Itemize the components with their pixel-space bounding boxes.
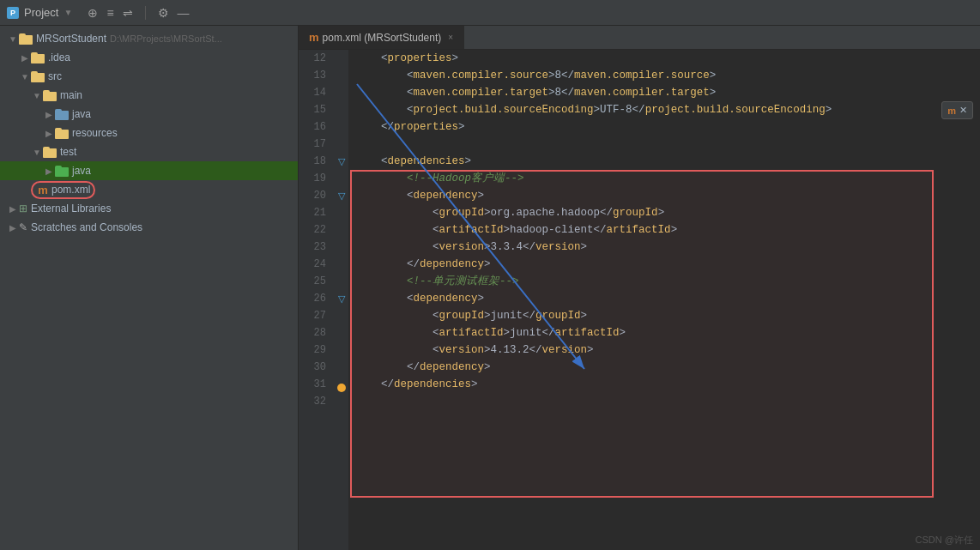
src-expand-arrow[interactable]: ▼ — [19, 72, 31, 82]
tree-root[interactable]: ▼ MRSortStudent D:\MRProjects\MRSortSt..… — [0, 29, 298, 48]
idea-label: .idea — [48, 51, 70, 63]
gutter: ▽ ▽ ▽ — [335, 50, 348, 550]
java-test-expand-arrow[interactable]: ▶ — [43, 166, 55, 176]
code-line-19: <!--Hadoop客户端--> — [355, 170, 980, 187]
pom-circle-highlight: m pom.xml — [31, 181, 95, 199]
ln-32: 32 — [314, 393, 326, 410]
src-folder-icon — [31, 71, 45, 82]
gt-19 — [335, 170, 348, 187]
root-expand-arrow[interactable]: ▼ — [7, 34, 19, 44]
ln-14: 14 — [314, 84, 326, 101]
floating-button-close[interactable]: ✕ — [959, 105, 967, 116]
gt-24 — [335, 256, 348, 273]
main-label: main — [60, 89, 82, 101]
src-label: src — [48, 70, 62, 82]
gt-29 — [335, 341, 348, 359]
ln-12: 12 — [314, 50, 326, 67]
gt-27 — [335, 307, 348, 324]
tree-item-idea[interactable]: ▶ .idea — [0, 48, 298, 67]
tree-item-java-main[interactable]: ▶ java — [0, 105, 298, 124]
tree-item-main[interactable]: ▼ main — [0, 86, 298, 105]
code-area[interactable]: <properties> <maven.compiler.source>8</m… — [348, 50, 980, 550]
code-line-25: <!--单元测试框架--> — [355, 273, 980, 290]
tree-item-pom[interactable]: m pom.xml — [0, 180, 298, 199]
title-bar: P Project ▼ ⊕ ≡ ⇌ ⚙ — — [0, 0, 980, 26]
tree-item-scratches[interactable]: ▶ ✎ Scratches and Consoles — [0, 218, 298, 237]
code-line-21: <groupId>org.apache.hadoop</groupId> — [355, 204, 980, 221]
code-line-12: <properties> — [355, 50, 980, 67]
tree-item-src[interactable]: ▼ src — [0, 67, 298, 86]
code-line-30: </dependency> — [355, 359, 980, 376]
minimize-icon[interactable]: — — [178, 6, 190, 20]
gt-28 — [335, 324, 348, 341]
tree-item-test[interactable]: ▼ test — [0, 142, 298, 161]
gt-31 — [335, 376, 348, 393]
scratches-expand-arrow[interactable]: ▶ — [7, 223, 19, 233]
project-icon: P — [7, 7, 19, 19]
code-line-20: <dependency> — [355, 187, 980, 204]
tree-item-external-libraries[interactable]: ▶ ⊞ External Libraries — [0, 199, 298, 218]
gt-23 — [335, 239, 348, 256]
java-main-label: java — [72, 108, 91, 120]
test-label: test — [60, 146, 76, 158]
root-path: D:\MRProjects\MRSortSt... — [110, 33, 222, 44]
code-line-14: <maven.compiler.target>8</maven.compiler… — [355, 84, 980, 101]
gt-20: ▽ — [335, 187, 348, 204]
floating-run-button[interactable]: m ✕ — [941, 101, 973, 119]
code-line-24: </dependency> — [355, 256, 980, 273]
resources-label: resources — [72, 127, 118, 139]
ln-15: 15 — [314, 101, 326, 118]
gt-14 — [335, 84, 348, 101]
nav-back-icon[interactable]: ⊕ — [88, 6, 98, 20]
code-line-28: <artifactId>junit</artifactId> — [355, 324, 980, 341]
ln-25: 25 — [314, 273, 326, 290]
code-line-31: </dependencies> — [355, 376, 980, 393]
java-main-expand-arrow[interactable]: ▶ — [43, 110, 55, 119]
ln-19: 19 — [314, 170, 326, 187]
scratches-icon: ✎ — [19, 221, 27, 233]
tree-item-java-test[interactable]: ▶ java — [0, 161, 298, 180]
editor-tab-pom[interactable]: m pom.xml (MRSortStudent) × — [299, 26, 464, 49]
code-line-15: <project.build.sourceEncoding>UTF-8</pro… — [355, 101, 980, 118]
settings-icon[interactable]: ⚙ — [158, 6, 169, 20]
java-test-label: java — [72, 165, 91, 177]
code-line-16: </properties> — [355, 118, 980, 136]
ln-29: 29 — [314, 341, 326, 359]
ln-27: 27 — [314, 307, 326, 324]
gt-15 — [335, 101, 348, 118]
code-line-27: <groupId>junit</groupId> — [355, 307, 980, 324]
separator — [145, 6, 146, 20]
ext-lib-expand-arrow[interactable]: ▶ — [7, 204, 19, 214]
ln-30: 30 — [314, 359, 326, 376]
tab-m-icon: m — [309, 31, 319, 44]
ln-13: 13 — [314, 67, 326, 84]
gt-25 — [335, 273, 348, 290]
title-bar-dropdown-arrow[interactable]: ▼ — [64, 8, 72, 17]
main-expand-arrow[interactable]: ▼ — [31, 91, 43, 100]
root-folder-icon — [19, 33, 33, 45]
editor-area: m pom.xml (MRSortStudent) × m ✕ 12 13 14… — [299, 26, 980, 550]
tree-item-resources[interactable]: ▶ resources — [0, 124, 298, 142]
scratches-label: Scratches and Consoles — [31, 221, 142, 233]
line-numbers-col: 12 13 14 15 16 17 18 19 20 21 22 23 24 2… — [299, 50, 330, 410]
nav-up-icon[interactable]: ⇌ — [123, 6, 133, 20]
code-line-13: <maven.compiler.source>8</maven.compiler… — [355, 67, 980, 84]
resources-folder-icon — [55, 128, 69, 139]
ln-17: 17 — [314, 136, 326, 153]
code-line-23: <version>3.3.4</version> — [355, 239, 980, 256]
gt-32 — [335, 393, 348, 410]
ln-31: 31 — [314, 376, 326, 393]
resources-expand-arrow[interactable]: ▶ — [43, 129, 55, 138]
idea-expand-arrow[interactable]: ▶ — [19, 53, 31, 63]
ln-22: 22 — [314, 221, 326, 239]
tab-label: pom.xml (MRSortStudent) — [323, 32, 442, 44]
watermark: CSDN @许任 — [916, 534, 973, 547]
ln-23: 23 — [314, 239, 326, 256]
ln-28: 28 — [314, 324, 326, 341]
gt-18: ▽ — [335, 153, 348, 170]
line-numbers: 12 13 14 15 16 17 18 19 20 21 22 23 24 2… — [299, 50, 335, 550]
test-expand-arrow[interactable]: ▼ — [31, 148, 43, 157]
nav-forward-icon[interactable]: ≡ — [106, 6, 113, 20]
tab-close-button[interactable]: × — [448, 33, 453, 42]
warning-dot-31 — [337, 384, 346, 392]
